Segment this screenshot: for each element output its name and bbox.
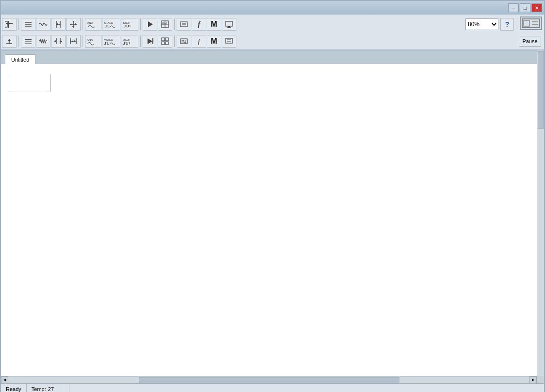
cursor-button[interactable]: [51, 18, 66, 31]
svg-marker-13: [72, 21, 74, 22]
svg-rect-59: [162, 38, 165, 41]
mixed-probe-button[interactable]: MIXED: [102, 18, 120, 31]
svg-rect-33: [524, 20, 529, 26]
separator-3: [140, 18, 141, 30]
bus-button[interactable]: [21, 35, 35, 48]
ana-probe-button[interactable]: ANA: [85, 18, 101, 31]
svg-text:DIGIT: DIGIT: [123, 21, 131, 24]
sequence-button[interactable]: 30 2: [158, 18, 172, 31]
vertical-scrollbar[interactable]: [537, 50, 544, 376]
main-window: ─ □ ✕: [0, 0, 545, 392]
ana-row2-button[interactable]: ANA: [85, 35, 101, 48]
vscroll-thumb[interactable]: [538, 51, 544, 129]
svg-marker-53: [73, 40, 75, 42]
instrument-panel: [520, 16, 542, 30]
run-stop-button[interactable]: [143, 18, 157, 31]
separator-1: [18, 18, 19, 30]
svg-rect-29: [226, 21, 232, 26]
svg-text:ANA: ANA: [87, 21, 93, 24]
cursor-contract-button[interactable]: [66, 35, 81, 48]
auto-scale-button[interactable]: [66, 18, 81, 31]
add-channel-button[interactable]: [2, 18, 17, 31]
toolbar-row-2: ANA MIXED DIGIT: [2, 34, 543, 49]
svg-marker-57: [148, 38, 152, 44]
svg-rect-61: [162, 42, 165, 45]
maximize-button[interactable]: □: [520, 3, 530, 12]
bold-m-row2-button[interactable]: M: [207, 35, 221, 48]
pause-button-wrapper: Pause: [519, 36, 541, 47]
canvas-content: [1, 64, 537, 376]
add-signal-button[interactable]: [2, 35, 17, 48]
minimize-button[interactable]: ─: [508, 3, 519, 12]
func-row2-button[interactable]: ƒ: [192, 35, 206, 48]
svg-text:30: 30: [162, 21, 165, 24]
canvas-component: [8, 74, 50, 92]
temp-value: 27: [48, 386, 54, 392]
toolbars-area: ANA MIXED DIGIT: [1, 15, 544, 50]
pause-button[interactable]: Pause: [519, 36, 541, 47]
svg-marker-37: [8, 39, 11, 41]
ref-button[interactable]: [177, 18, 191, 31]
svg-marker-14: [72, 26, 74, 28]
svg-rect-60: [165, 38, 168, 41]
svg-rect-62: [165, 42, 168, 45]
separator-t2-2: [83, 35, 83, 47]
digit-row2-button[interactable]: DIGIT: [121, 35, 138, 48]
horiz-scale-button[interactable]: [21, 18, 35, 31]
separator-t2-1: [18, 35, 19, 47]
zoom-selector-wrapper: 80% 100% 75% 50% 120%: [465, 18, 498, 30]
title-bar: ─ □ ✕: [1, 1, 544, 15]
horizontal-scrollbar: ◀ ▶: [1, 376, 537, 383]
separator-4: [174, 18, 175, 30]
canvas-area: Untitled ◀ ▶: [1, 50, 544, 383]
instrument-button[interactable]: [520, 16, 542, 30]
svg-marker-15: [70, 23, 71, 25]
close-button[interactable]: ✕: [531, 3, 542, 12]
status-bar: Ready Temp: 27: [1, 383, 544, 392]
function-button[interactable]: ƒ: [192, 18, 206, 31]
svg-marker-45: [54, 40, 56, 42]
status-ready: Ready: [1, 384, 27, 392]
cursor-expand-button[interactable]: [51, 35, 66, 48]
svg-marker-16: [75, 23, 77, 25]
svg-marker-20: [148, 21, 153, 27]
hscroll-track: [8, 376, 529, 384]
toolbar-row-1: ANA MIXED DIGIT: [2, 16, 543, 33]
hscroll-right-arrow[interactable]: ▶: [529, 376, 537, 384]
untitled-tab[interactable]: Untitled: [5, 54, 35, 64]
gen-button[interactable]: [143, 35, 157, 48]
display-row2-button[interactable]: [222, 35, 236, 48]
hscroll-left-arrow[interactable]: ◀: [1, 376, 8, 384]
svg-text:MIXED: MIXED: [104, 21, 113, 24]
measure-button[interactable]: M: [207, 18, 221, 31]
temp-label: Temp:: [32, 386, 46, 392]
separator-t2-4: [174, 35, 175, 47]
display-button[interactable]: [222, 18, 236, 31]
svg-rect-64: [226, 38, 232, 43]
status-extra: [59, 384, 69, 392]
svg-text:MIXED: MIXED: [104, 38, 114, 41]
waveform-button[interactable]: [36, 18, 50, 31]
zoom-select[interactable]: 80% 100% 75% 50% 120%: [465, 18, 498, 30]
svg-marker-51: [72, 40, 73, 42]
digit-probe-button[interactable]: DIGIT: [121, 18, 138, 31]
svg-marker-47: [61, 40, 62, 42]
help-button[interactable]: ?: [500, 18, 514, 31]
seq2-button[interactable]: [158, 35, 172, 48]
scroll-corner: [537, 376, 544, 383]
noise-button[interactable]: [36, 35, 50, 48]
svg-text:2: 2: [165, 21, 167, 24]
status-temp: Temp: 27: [27, 384, 59, 392]
separator-2: [83, 18, 83, 30]
svg-text:DIGIT: DIGIT: [123, 38, 131, 41]
mixed-row2-button[interactable]: MIXED: [102, 35, 120, 48]
hscroll-thumb[interactable]: [139, 377, 399, 383]
svg-text:ANA: ANA: [87, 38, 93, 41]
svg-rect-26: [181, 22, 187, 27]
wfbox-row2-button[interactable]: [177, 35, 191, 48]
tab-bar: Untitled: [1, 50, 544, 64]
separator-t2-3: [140, 35, 141, 47]
svg-rect-1: [8, 21, 9, 28]
